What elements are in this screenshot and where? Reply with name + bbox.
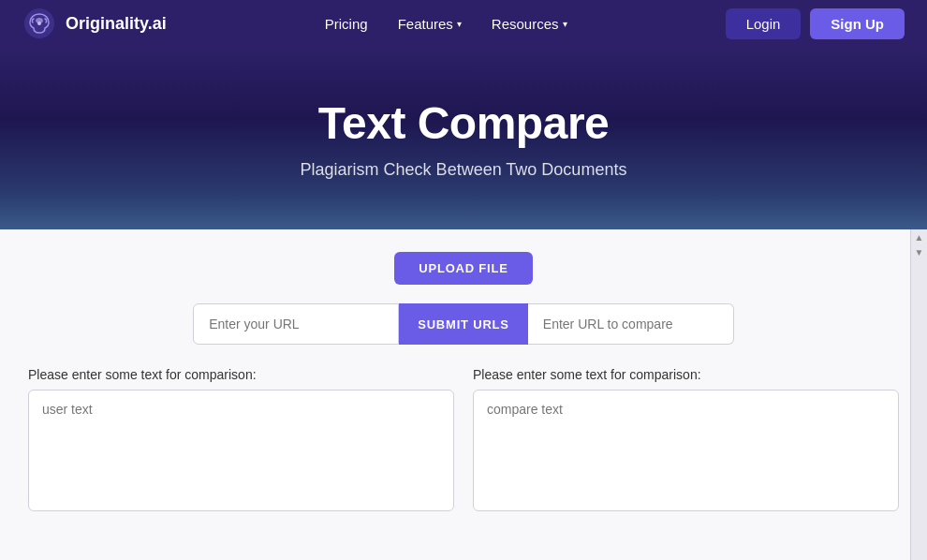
- url-compare-input[interactable]: [528, 303, 734, 345]
- navbar: Originality.ai Pricing Features ▾ Resour…: [0, 0, 927, 47]
- nav-resources[interactable]: Resources ▾: [480, 10, 579, 37]
- url-input[interactable]: [193, 303, 399, 345]
- svg-point-1: [37, 22, 41, 25]
- left-text-col: Please enter some text for comparison:: [28, 367, 454, 511]
- signup-button[interactable]: Sign Up: [810, 8, 905, 39]
- page-subtitle: Plagiarism Check Between Two Documents: [301, 160, 627, 180]
- nav-pricing[interactable]: Pricing: [314, 10, 379, 37]
- left-text-label: Please enter some text for comparison:: [28, 367, 454, 382]
- right-text-col: Please enter some text for comparison:: [473, 367, 899, 511]
- logo[interactable]: Originality.ai: [22, 7, 167, 40]
- text-areas-row: Please enter some text for comparison: P…: [28, 367, 899, 511]
- features-chevron-icon: ▾: [457, 19, 462, 29]
- left-textarea[interactable]: [28, 390, 454, 511]
- upload-row: UPLOAD FILE: [28, 252, 899, 285]
- login-button[interactable]: Login: [726, 8, 802, 39]
- nav-features[interactable]: Features ▾: [387, 10, 473, 37]
- hero-section: Text Compare Plagiarism Check Between Tw…: [0, 47, 927, 229]
- resources-chevron-icon: ▾: [563, 19, 567, 29]
- scroll-up-icon[interactable]: ▲: [915, 231, 924, 244]
- page-title: Text Compare: [318, 97, 610, 149]
- url-row: SUBMIT URLS: [28, 303, 899, 345]
- right-text-label: Please enter some text for comparison:: [473, 367, 899, 382]
- scroll-down-icon[interactable]: ▼: [915, 246, 924, 259]
- nav-buttons: Login Sign Up: [726, 8, 905, 39]
- logo-text: Originality.ai: [66, 14, 167, 34]
- main-content: UPLOAD FILE SUBMIT URLS Please enter som…: [0, 229, 927, 560]
- nav-links: Pricing Features ▾ Resources ▾: [314, 10, 579, 37]
- submit-urls-button[interactable]: SUBMIT URLS: [399, 303, 528, 345]
- logo-icon: [22, 7, 56, 40]
- right-textarea[interactable]: [473, 390, 899, 511]
- scrollbar[interactable]: ▲ ▼: [910, 229, 927, 560]
- upload-file-button[interactable]: UPLOAD FILE: [394, 252, 532, 285]
